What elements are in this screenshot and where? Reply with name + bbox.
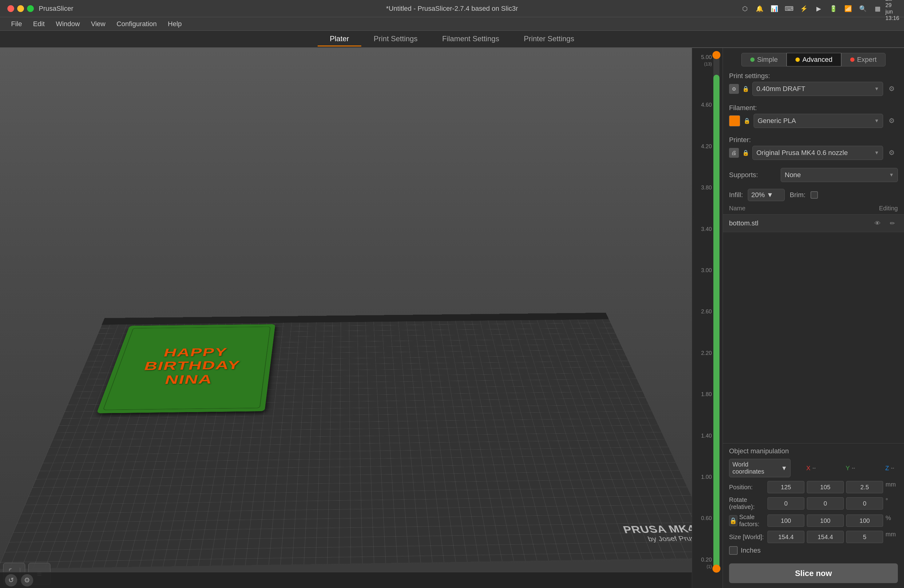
main-layout: HAPPY BIRTHDAY NINA PRUSA MK4 by Josef P…: [0, 48, 904, 588]
object-name-0: bottom.stl: [729, 219, 872, 227]
mode-advanced-button[interactable]: Advanced: [787, 53, 841, 66]
menu-file[interactable]: File: [6, 19, 27, 29]
scale-z-input[interactable]: [846, 514, 883, 527]
layer-track[interactable]: [713, 54, 719, 569]
col-editing-header: Editing: [861, 205, 898, 212]
scale-label-wrap: 🔒 Scale factors:: [729, 514, 765, 528]
datetime: Za 29 jun 13:16: [888, 4, 897, 13]
layer-label-060: 0.60: [693, 515, 712, 522]
infill-brim-row: Infill: 20% ▼ Brim:: [723, 188, 904, 202]
menu-window[interactable]: Window: [51, 19, 85, 29]
advanced-dot: [795, 57, 800, 62]
filament-arrow: ▼: [874, 118, 879, 123]
infill-select[interactable]: 20% ▼: [748, 189, 785, 201]
rotate-y-input[interactable]: [807, 497, 844, 510]
layer-fill: [713, 75, 719, 569]
play-icon: ▶: [814, 4, 823, 13]
coord-system-dropdown[interactable]: World coordinates ▼: [729, 459, 790, 477]
settings-view-button[interactable]: ⚙: [21, 574, 33, 586]
supports-dropdown[interactable]: None ▼: [781, 168, 898, 182]
expert-label: Expert: [857, 56, 877, 64]
filament-row: 🔒 Generic PLA ▼ ⚙: [729, 114, 898, 128]
prusa-watermark: PRUSA MK4 by Josef Prusa: [621, 523, 701, 544]
print-settings-dropdown[interactable]: 0.40mm DRAFT ▼: [752, 82, 883, 96]
minimize-button[interactable]: [17, 5, 24, 12]
axis-z-header: Z ↔: [872, 465, 904, 472]
scale-lock-button[interactable]: 🔒: [729, 515, 737, 526]
size-y-input[interactable]: [807, 531, 844, 543]
print-settings-gear[interactable]: ⚙: [885, 83, 898, 95]
advanced-label: Advanced: [802, 56, 832, 64]
layer-label-180: 1.80: [693, 391, 712, 398]
notch-icon: ▦: [873, 4, 882, 13]
viewport[interactable]: HAPPY BIRTHDAY NINA PRUSA MK4 by Josef P…: [0, 48, 722, 588]
layer-thumb-top[interactable]: [713, 51, 721, 59]
tab-plater[interactable]: Plater: [318, 32, 362, 46]
object-eye-button-0[interactable]: 👁: [872, 218, 883, 229]
layer-label-420: 4.20: [693, 143, 712, 150]
traffic-lights: [7, 5, 34, 12]
layer-labels: 5.00(13) 4.60 4.20 3.80 3.40 3.00 2.60 2…: [693, 54, 712, 569]
rotate-row: Rotate (relative): °: [729, 496, 898, 511]
viewport-scene: HAPPY BIRTHDAY NINA PRUSA MK4 by Josef P…: [0, 48, 722, 588]
size-row: Size [World]: mm: [729, 531, 898, 543]
printer-dropdown[interactable]: Original Prusa MK4 0.6 nozzle ▼: [752, 146, 883, 160]
filament-section: Filament: 🔒 Generic PLA ▼ ⚙: [723, 101, 904, 133]
close-button[interactable]: [7, 5, 14, 12]
brim-label: Brim:: [790, 191, 805, 199]
slice-button[interactable]: Slice now: [729, 563, 898, 583]
inches-row: Inches: [729, 546, 898, 555]
filament-gear[interactable]: ⚙: [885, 115, 898, 127]
titlebar-right: ⬡ 🔔 📊 ⌨ ⚡ ▶ 🔋 📶 🔍 ▦ Za 29 jun 13:16: [740, 4, 897, 13]
scale-x-input[interactable]: [768, 514, 804, 527]
tab-print-settings[interactable]: Print Settings: [361, 32, 430, 46]
print-settings-arrow: ▼: [874, 86, 879, 92]
reset-view-button[interactable]: ↺: [5, 574, 17, 586]
size-x-input[interactable]: [768, 531, 804, 543]
layer-thumb-bottom[interactable]: [713, 564, 721, 573]
inches-checkbox[interactable]: [729, 546, 738, 555]
position-z-input[interactable]: [846, 481, 883, 493]
menu-help[interactable]: Help: [163, 19, 186, 29]
layer-label-460: 4.60: [693, 102, 712, 108]
menu-view[interactable]: View: [86, 19, 111, 29]
menu-edit[interactable]: Edit: [28, 19, 49, 29]
bed-grid: [0, 313, 720, 569]
scale-y-input[interactable]: [807, 514, 844, 527]
scale-row: 🔒 Scale factors: %: [729, 514, 898, 528]
tab-printer-settings[interactable]: Printer Settings: [511, 32, 586, 46]
birthday-text: HAPPY BIRTHDAY NINA: [138, 345, 243, 387]
mode-simple-button[interactable]: Simple: [741, 53, 787, 66]
printer-gear[interactable]: ⚙: [885, 147, 898, 159]
filament-color-swatch[interactable]: [729, 115, 740, 126]
col-name-header: Name: [729, 205, 861, 212]
layer-label-340: 3.40: [693, 226, 712, 232]
mode-expert-button[interactable]: Expert: [841, 53, 885, 66]
layer-slider: 5.00(13) 4.60 4.20 3.80 3.40 3.00 2.60 2…: [692, 48, 722, 588]
printer-arrow: ▼: [874, 150, 879, 156]
tab-filament-settings[interactable]: Filament Settings: [430, 32, 511, 46]
brim-checkbox[interactable]: [811, 191, 818, 199]
size-z-input[interactable]: [846, 531, 883, 543]
menu-configuration[interactable]: Configuration: [112, 19, 162, 29]
rotate-inputs: °: [768, 497, 898, 510]
manipulation-title: Object manipulation: [729, 447, 898, 455]
maximize-button[interactable]: [27, 5, 34, 12]
filament-dropdown[interactable]: Generic PLA ▼: [754, 114, 883, 128]
scale-label: Scale factors:: [739, 514, 765, 528]
supports-row: Supports: None ▼: [729, 168, 898, 182]
mode-buttons: Simple Advanced Expert: [723, 48, 904, 70]
object-list-item-0[interactable]: bottom.stl 👁 ✏: [723, 215, 904, 232]
rotate-x-input[interactable]: [768, 497, 804, 510]
layer-label-300: 3.00: [693, 267, 712, 274]
object-edit-button-0[interactable]: ✏: [887, 218, 898, 229]
position-x-input[interactable]: [768, 481, 804, 493]
battery-icon: 🔋: [829, 4, 838, 13]
supports-value: None: [785, 171, 801, 179]
rotate-z-input[interactable]: [846, 497, 883, 510]
manipulation-section: Object manipulation World coordinates ▼ …: [723, 443, 904, 558]
layer-label-020: 0.20(1): [693, 556, 712, 569]
coord-system-value: World coordinates: [732, 461, 779, 475]
position-y-input[interactable]: [807, 481, 844, 493]
search-icon[interactable]: 🔍: [858, 4, 867, 13]
